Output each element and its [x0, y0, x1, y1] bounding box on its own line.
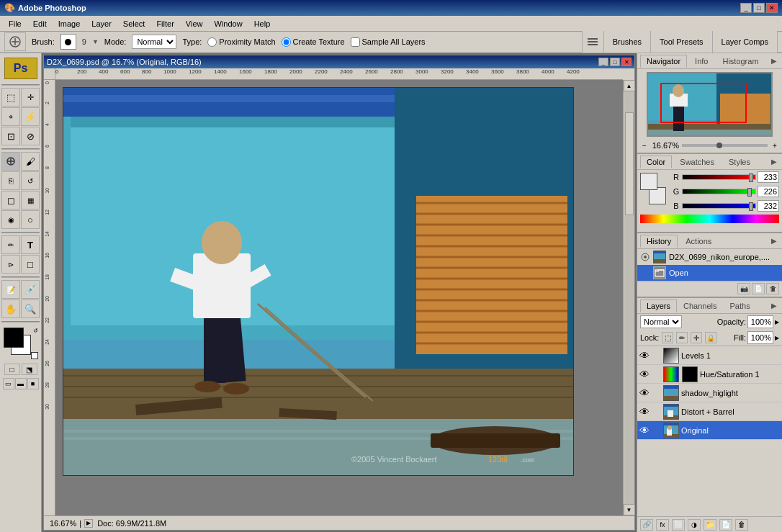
layer-vis-shadow[interactable]: 👁	[639, 387, 650, 399]
tool-options-icon[interactable]	[4, 32, 26, 51]
layer-row-distort[interactable]: 👁 Distort + Barrel	[637, 402, 782, 421]
doc-minimize-btn[interactable]: _	[598, 58, 608, 66]
g-slider[interactable]	[682, 189, 756, 194]
screen-mode-1[interactable]: ▭	[3, 378, 14, 389]
layer-folder-btn[interactable]: 📁	[704, 519, 716, 531]
dodge-tool[interactable]: ○	[21, 210, 40, 229]
brush-preview[interactable]	[60, 34, 76, 50]
b-value[interactable]: 232	[758, 200, 779, 212]
history-state-btn-1[interactable]	[640, 252, 650, 262]
history-item-open[interactable]: Open	[637, 265, 782, 281]
menu-view[interactable]: View	[180, 18, 209, 30]
color-close-btn[interactable]: ▶	[769, 157, 779, 167]
vertical-scrollbar[interactable]: ▲ ▼	[623, 80, 634, 515]
styles-tab[interactable]: Styles	[722, 155, 757, 168]
ps-logo-btn[interactable]: Ps	[4, 58, 37, 79]
maximize-button[interactable]: □	[753, 3, 765, 13]
scroll-down-btn[interactable]: ▼	[624, 504, 635, 515]
swap-colors-btn[interactable]	[31, 352, 38, 359]
proximity-match-radio[interactable]: Proximity Match	[207, 37, 275, 47]
r-value[interactable]: 233	[758, 171, 779, 183]
doc-restore-btn[interactable]: □	[610, 58, 620, 66]
hand-tool[interactable]: ✋	[1, 299, 20, 318]
type-tool[interactable]: T	[21, 235, 40, 254]
layer-row-original[interactable]: 👁 Original	[637, 421, 782, 440]
sample-all-layers-check[interactable]: Sample All Layers	[351, 37, 426, 47]
menu-edit[interactable]: Edit	[27, 18, 53, 30]
nav-zoom-in-btn[interactable]: +	[770, 141, 779, 150]
paths-tab[interactable]: Paths	[724, 299, 757, 312]
lasso-tool[interactable]: ⌖	[1, 107, 20, 126]
scroll-up-btn[interactable]: ▲	[624, 80, 635, 91]
color-tab[interactable]: Color	[640, 155, 672, 168]
move-tool[interactable]: ✛	[21, 88, 40, 107]
zoom-tool[interactable]: 🔍	[21, 299, 40, 318]
clone-stamp-tool[interactable]: ⎘	[1, 171, 20, 190]
layer-trash-btn[interactable]: 🗑	[735, 519, 748, 531]
brushes-toggle-btn[interactable]	[583, 31, 604, 53]
scroll-v-track[interactable]	[624, 91, 634, 504]
blend-mode-select[interactable]: Normal	[640, 315, 682, 328]
doc-close-btn[interactable]: ✕	[621, 58, 632, 66]
brush-tool[interactable]: 🖌	[21, 152, 40, 171]
layer-row-hue[interactable]: 👁 Hue/Saturation 1	[637, 365, 782, 384]
swatches-tab[interactable]: Swatches	[673, 155, 721, 168]
standard-mode-btn[interactable]: □	[4, 364, 20, 375]
tool-presets-tab[interactable]: Tool Presets	[651, 31, 713, 53]
crop-tool[interactable]: ⊡	[1, 127, 20, 145]
quick-mask-btn[interactable]: ⬔	[22, 364, 37, 375]
menu-window[interactable]: Window	[209, 18, 248, 30]
eyedropper-tool[interactable]: 💉	[21, 280, 40, 299]
marquee-tool[interactable]: ⬚	[1, 88, 20, 107]
layer-adjustment-btn[interactable]: ◑	[688, 519, 701, 531]
menu-select[interactable]: Select	[117, 18, 151, 30]
nav-zoom-out-btn[interactable]: −	[640, 141, 649, 150]
menu-help[interactable]: Help	[248, 18, 277, 30]
eraser-tool[interactable]: ◻	[1, 191, 20, 209]
layer-row-levels[interactable]: 👁 Levels 1	[637, 346, 782, 365]
opacity-arrow[interactable]: ▶	[775, 319, 779, 325]
gradient-tool[interactable]: ▦	[21, 191, 40, 209]
menu-image[interactable]: Image	[53, 18, 86, 30]
new-document-btn[interactable]: 📄	[752, 283, 765, 294]
notes-tool[interactable]: 📝	[1, 280, 20, 299]
layer-vis-original[interactable]: 👁	[639, 425, 650, 436]
healing-brush-tool[interactable]	[1, 152, 20, 171]
layer-vis-hue[interactable]: 👁	[639, 369, 650, 380]
info-tab[interactable]: Info	[688, 55, 714, 68]
blur-tool[interactable]: ◉	[1, 210, 20, 229]
screen-mode-2[interactable]: ▬	[15, 378, 27, 389]
color-spectrum-bar[interactable]	[640, 215, 779, 223]
shape-tool[interactable]: □	[21, 255, 40, 274]
b-slider[interactable]	[682, 203, 756, 209]
create-texture-radio[interactable]: Create Texture	[282, 37, 345, 47]
new-snapshot-btn[interactable]: 📷	[737, 283, 750, 294]
layer-vis-levels[interactable]: 👁	[639, 350, 650, 361]
layer-mask-btn[interactable]: ⬜	[672, 519, 685, 531]
minimize-button[interactable]: _	[740, 3, 752, 13]
lock-position-btn[interactable]: ✛	[691, 332, 702, 343]
selection-path-tool[interactable]: ⊳	[1, 255, 20, 274]
history-close-btn[interactable]: ▶	[769, 236, 779, 246]
navigator-close-btn[interactable]: ▶	[769, 56, 779, 66]
layer-link-btn[interactable]: 🔗	[640, 519, 653, 531]
lock-all-btn[interactable]: 🔒	[705, 332, 716, 343]
screen-mode-3[interactable]: ■	[27, 378, 39, 389]
layer-fx-btn[interactable]: fx	[656, 519, 669, 531]
history-item-file[interactable]: D2X_0699_nikon_europe,....	[637, 249, 782, 265]
delete-state-btn[interactable]: 🗑	[766, 283, 779, 294]
canvas-viewport[interactable]: ©2005 Vincent Bockaert 123di .com	[55, 80, 623, 515]
g-value[interactable]: 226	[758, 186, 779, 197]
layer-row-shadow[interactable]: 👁 shadow_higlight	[637, 384, 782, 402]
histogram-tab[interactable]: Histogram	[716, 55, 765, 68]
brushes-tab[interactable]: Brushes	[604, 31, 651, 53]
mode-select[interactable]: Normal	[132, 35, 176, 49]
scroll-v-thumb[interactable]	[625, 112, 634, 215]
navigator-tab[interactable]: Navigator	[640, 55, 687, 68]
close-button[interactable]: ✕	[766, 3, 778, 13]
menu-file[interactable]: File	[3, 18, 27, 30]
lock-transparent-btn[interactable]: ⬚	[662, 332, 673, 343]
zoom-menu-btn[interactable]: ▶	[84, 519, 93, 528]
history-tab[interactable]: History	[640, 235, 678, 248]
slice-tool[interactable]: ⊘	[21, 127, 40, 145]
